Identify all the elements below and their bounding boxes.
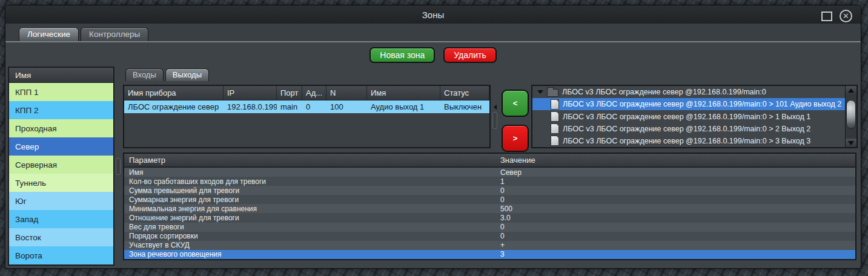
device-output-table: Имя прибораIPПортАд...NИмяСтатус ЛБОС ог… <box>123 85 491 148</box>
zone-list-item[interactable]: Серверная <box>9 156 113 174</box>
parameter-name: Имя <box>124 168 495 177</box>
window-content: Новая зона Удалить Имя КПП 1КПП 2Проходн… <box>6 42 860 268</box>
tab-Выходы[interactable]: Выходы <box>165 68 209 81</box>
parameter-name: Кол-во сработавших входов для тревоги <box>124 177 495 186</box>
device-column-header[interactable]: N <box>326 86 367 100</box>
parameter-name: Зона речевого оповещения <box>124 250 495 258</box>
close-icon[interactable]: ✕ <box>840 10 852 22</box>
parameter-value: Север <box>495 168 855 177</box>
device-cell: main <box>277 100 302 113</box>
parameter-row[interactable]: Кол-во сработавших входов для тревоги1 <box>124 177 855 186</box>
file-icon <box>551 123 559 134</box>
parameter-value: 1 <box>495 177 855 186</box>
file-icon <box>551 99 559 110</box>
parameter-name: Минимальная энергия для сравнения <box>124 205 495 213</box>
device-cell: Аудио выход 1 <box>367 100 440 113</box>
tree-root-row[interactable]: ЛБОС v3 ЛБОС ограждение север @192.168.0… <box>532 86 845 98</box>
tree-item[interactable]: ЛБОС v3 ЛБОС ограждение север @192.168.0… <box>532 135 845 147</box>
device-table-body: ЛБОС ограждение север192.168.0.199main01… <box>124 100 489 113</box>
parameter-name: Участвует в СКУД <box>124 241 495 249</box>
collapse-left-icon[interactable] <box>494 105 497 110</box>
desktop-background: Зоны ✕ ЛогическиеКонтроллеры Новая зона … <box>0 0 868 276</box>
tab-Логические[interactable]: Логические <box>19 27 79 41</box>
folder-icon <box>547 89 558 97</box>
parameter-row[interactable]: Зона речевого оповещения3 <box>124 250 855 259</box>
zone-list-header: Имя <box>9 68 113 83</box>
scrollbar-thumb[interactable] <box>846 100 856 130</box>
parameter-value: + <box>495 241 855 249</box>
scroll-up-icon[interactable] <box>846 86 856 94</box>
zone-list-item[interactable]: Проходная <box>9 119 113 137</box>
zone-list-item[interactable]: Юг <box>9 192 113 210</box>
tree-item[interactable]: ЛБОС v3 ЛБОС ограждение север @192.168.0… <box>532 98 845 110</box>
parameter-value: 0 <box>495 223 855 231</box>
tab-Входы[interactable]: Входы <box>125 68 164 81</box>
parameter-row[interactable]: Вес для тревоги0 <box>124 223 855 232</box>
zone-list-panel: Имя КПП 1КПП 2ПроходнаяСеверСервернаяТун… <box>8 67 114 266</box>
parameter-row[interactable]: Сумма превышений для тревоги0 <box>124 186 855 195</box>
parameter-row[interactable]: ИмяСевер <box>124 168 855 177</box>
parameter-name: Сумма превышений для тревоги <box>124 186 495 195</box>
tree-item[interactable]: ЛБОС v3 ЛБОС ограждение север @192.168.0… <box>532 123 845 135</box>
parameter-value: 0 <box>495 232 855 240</box>
parameter-rows: ИмяСеверКол-во сработавших входов для тр… <box>124 168 855 259</box>
scrollbar-track[interactable] <box>846 94 856 139</box>
tree-scrollbar[interactable] <box>845 86 856 147</box>
tab-Контроллеры[interactable]: Контроллеры <box>81 27 148 41</box>
zone-list-item[interactable]: Туннель <box>9 174 113 192</box>
parameter-name: Отношение энергий для тревоги <box>124 214 495 222</box>
parameter-table: Параметр Значение ИмяСеверКол-во сработа… <box>123 153 856 260</box>
parameter-row[interactable]: Участвует в СКУД+ <box>124 241 855 250</box>
scroll-down-icon[interactable] <box>846 139 856 147</box>
zone-list-item[interactable]: Север <box>9 137 113 156</box>
parameter-row[interactable]: Порядок сортировки0 <box>124 232 855 241</box>
device-column-header[interactable]: Статус <box>440 86 489 100</box>
tree-item-label: ЛБОС v3 ЛБОС ограждение север @192.168.0… <box>563 113 810 121</box>
available-outputs-tree: ЛБОС v3 ЛБОС ограждение север @192.168.0… <box>531 85 858 148</box>
parameter-value: 0 <box>495 196 855 204</box>
parameter-row[interactable]: Отношение энергий для тревоги3.0 <box>124 213 855 222</box>
zone-list-item[interactable]: КПП 2 <box>9 101 113 119</box>
zone-list-item[interactable]: Запад <box>9 210 113 228</box>
title-bar[interactable]: Зоны ✕ <box>5 5 861 24</box>
zone-list-item[interactable]: Ворота <box>9 246 113 264</box>
file-icon <box>551 136 559 146</box>
parameter-value: 3.0 <box>495 214 855 222</box>
tree-item[interactable]: ЛБОС v3 ЛБОС ограждение север @192.168.0… <box>532 110 845 122</box>
column-header-parameter: Параметр <box>124 154 495 166</box>
device-cell: 100 <box>326 100 367 113</box>
delete-zone-button[interactable]: Удалить <box>443 47 496 63</box>
device-table-row[interactable]: ЛБОС ограждение север192.168.0.199main01… <box>124 100 489 113</box>
window-controls: ✕ <box>821 10 852 22</box>
parameter-value: 500 <box>495 205 855 213</box>
device-column-header[interactable]: Ад... <box>302 86 326 100</box>
device-column-header[interactable]: Имя прибора <box>124 86 224 100</box>
device-cell: Выключен <box>440 100 489 113</box>
zone-list-item[interactable]: КПП 1 <box>9 83 113 101</box>
zone-list-item[interactable]: Восток <box>9 228 113 246</box>
splitter-grip-icon[interactable] <box>116 158 121 175</box>
io-tab-bar: ВходыВыходы <box>125 68 209 81</box>
device-column-header[interactable]: Порт <box>277 86 302 100</box>
remove-output-button[interactable]: > <box>502 125 529 152</box>
column-header-value: Значение <box>495 154 855 166</box>
tree-item-label: ЛБОС v3 ЛБОС ограждение север @192.168.0… <box>563 100 841 108</box>
parameter-row[interactable]: Суммарная энергия для тревоги0 <box>124 195 855 204</box>
maximize-icon[interactable] <box>821 12 832 21</box>
device-column-header[interactable]: Имя <box>367 86 440 100</box>
table-splitter[interactable] <box>492 85 497 148</box>
chevron-down-icon[interactable] <box>537 90 543 94</box>
device-column-header[interactable]: IP <box>224 86 277 100</box>
tree-item-label: ЛБОС v3 ЛБОС ограждение север @192.168.0… <box>563 125 810 133</box>
device-cell: 192.168.0.199 <box>224 100 277 113</box>
device-table-header: Имя прибораIPПортАд...NИмяСтатус <box>124 86 489 100</box>
splitter-grip-icon[interactable] <box>492 112 497 129</box>
device-cell: ЛБОС ограждение север <box>124 100 224 113</box>
parameter-value: 0 <box>495 186 855 195</box>
tree-root-label: ЛБОС v3 ЛБОС ограждение север @192.168.0… <box>562 88 766 96</box>
sidebar-splitter[interactable] <box>116 67 121 266</box>
new-zone-button[interactable]: Новая зона <box>369 47 435 63</box>
zones-window: Зоны ✕ ЛогическиеКонтроллеры Новая зона … <box>5 5 861 269</box>
add-output-button[interactable]: < <box>502 90 529 117</box>
parameter-row[interactable]: Минимальная энергия для сравнения500 <box>124 204 855 213</box>
